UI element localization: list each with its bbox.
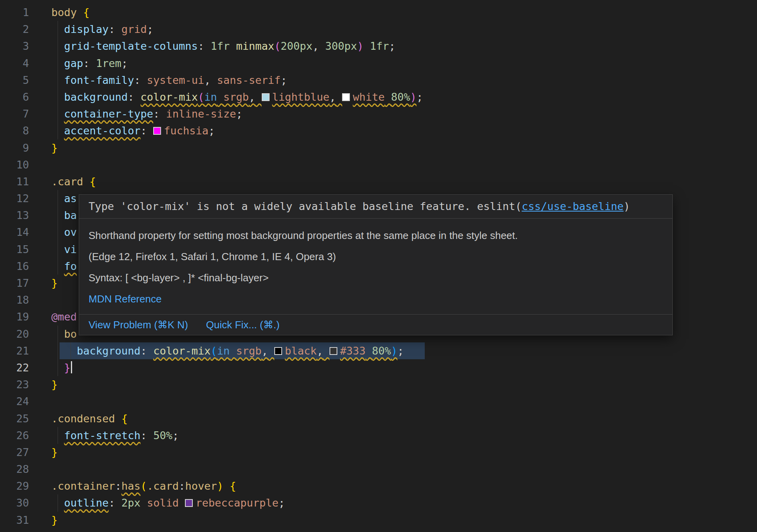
line-number: 27 <box>0 444 29 461</box>
warning-squiggle-range: accent-color <box>64 125 141 137</box>
code-token: srgb <box>223 91 249 103</box>
code-text: container-type: inline-size; <box>51 105 243 122</box>
code-token <box>385 91 391 103</box>
code-token: @med <box>51 311 77 323</box>
code-token: color-mix <box>141 91 198 103</box>
code-token <box>147 125 153 137</box>
code-line[interactable]: 22 } <box>0 359 757 376</box>
code-token: : <box>134 74 140 86</box>
code-line[interactable]: 3 grid-template-columns: 1fr minmax(200p… <box>0 38 757 54</box>
code-token: 80% <box>391 91 410 103</box>
line-number: 6 <box>0 89 29 105</box>
code-token <box>319 40 325 52</box>
code-line[interactable]: 25.condensed { <box>0 410 757 427</box>
code-line[interactable]: 1body { <box>0 4 757 21</box>
code-token <box>115 413 121 425</box>
code-line[interactable]: 30 outline: 2px solid rebeccapurple; <box>0 494 757 511</box>
code-token: , <box>249 91 255 103</box>
color-swatch[interactable] <box>330 347 337 355</box>
color-swatch[interactable] <box>185 499 193 507</box>
code-line[interactable]: 2 display: grid; <box>0 21 757 38</box>
quick-fix-link[interactable]: Quick Fix... (⌘.) <box>206 318 280 331</box>
code-token: 1fr <box>210 40 230 52</box>
code-line[interactable]: 5 font-family: system-ui, sans-serif; <box>0 72 757 89</box>
line-number: 18 <box>0 291 29 308</box>
warning-squiggle-range: color-mix(in srgb, black, #333 80%) <box>153 345 397 357</box>
line-number: 21 <box>0 342 29 359</box>
code-line[interactable]: 31} <box>0 512 757 528</box>
code-line[interactable]: 29.container:has(.card:hover) { <box>0 478 757 494</box>
color-swatch[interactable] <box>342 93 350 101</box>
tooltip-docs: Shorthand property for setting most back… <box>79 219 672 314</box>
code-token <box>90 57 96 69</box>
code-token <box>217 91 223 103</box>
code-line[interactable]: 26 font-stretch: 50%; <box>0 427 757 444</box>
code-token: { <box>121 413 128 425</box>
code-token: 1rem <box>96 57 121 69</box>
code-token: rebeccapurple <box>196 497 278 509</box>
code-token: } <box>51 378 58 391</box>
line-number: 15 <box>0 241 29 258</box>
mdn-reference-link[interactable]: MDN Reference <box>89 293 161 305</box>
code-token: : <box>83 57 89 69</box>
line-number: 1 <box>0 4 29 21</box>
code-token <box>147 345 153 357</box>
code-token: { <box>83 6 89 18</box>
code-line[interactable]: 10 <box>0 156 757 173</box>
doc-browser-support: (Edge 12, Firefox 1, Safari 1, Chrome 1,… <box>89 250 663 263</box>
color-swatch[interactable] <box>153 127 161 135</box>
eslint-rule-link[interactable]: css/use-baseline <box>522 200 623 212</box>
code-token: , <box>204 74 210 86</box>
code-token <box>147 429 153 442</box>
code-line[interactable]: 9} <box>0 139 757 156</box>
code-token: 80% <box>372 345 391 357</box>
code-line[interactable]: 8 accent-color: fuchsia; <box>0 122 757 139</box>
code-text: .condensed { <box>51 410 128 427</box>
line-number: 8 <box>0 122 29 139</box>
code-token: solid <box>147 497 179 509</box>
code-text: } <box>51 359 72 376</box>
code-token: ba <box>64 209 77 221</box>
line-number: 2 <box>0 21 29 38</box>
code-token: } <box>51 277 58 289</box>
code-line[interactable]: 28 <box>0 461 757 478</box>
code-token: in <box>217 345 230 357</box>
code-line[interactable]: 6 background: color-mix(in srgb, lightbl… <box>0 89 757 105</box>
code-token: { <box>230 480 236 492</box>
code-text: ba <box>51 207 77 224</box>
code-text: gap: 1rem; <box>51 55 128 72</box>
code-token <box>159 108 166 120</box>
code-line[interactable]: 7 container-type: inline-size; <box>0 105 757 122</box>
code-token: .container <box>51 480 115 492</box>
code-token: ( <box>274 40 281 52</box>
code-token: : <box>109 23 115 35</box>
code-text: accent-color: fuchsia; <box>51 122 215 139</box>
color-swatch[interactable] <box>262 93 270 101</box>
line-number: 29 <box>0 478 29 494</box>
code-token <box>115 497 121 509</box>
code-line[interactable]: 24 <box>0 393 757 410</box>
code-token: accent-color <box>64 125 141 137</box>
code-text: bo <box>51 326 77 342</box>
code-token: ; <box>397 345 404 357</box>
code-text: .card { <box>51 173 96 190</box>
code-token: ; <box>208 125 215 137</box>
code-token: : <box>141 345 147 357</box>
code-line[interactable]: 27} <box>0 444 757 461</box>
view-problem-link[interactable]: View Problem (⌘K N) <box>89 318 188 331</box>
code-token: : <box>115 480 121 492</box>
code-line[interactable]: 21 background: color-mix(in srgb, black,… <box>0 342 757 359</box>
code-line[interactable]: 23} <box>0 376 757 393</box>
warning-squiggle-range: fo <box>64 260 77 272</box>
code-token: } <box>51 514 58 526</box>
line-number: 12 <box>0 190 29 207</box>
code-text: vi <box>51 241 77 258</box>
code-token: .card <box>51 176 83 188</box>
code-text: } <box>51 376 58 393</box>
code-token: body <box>51 6 77 18</box>
line-number: 14 <box>0 224 29 241</box>
code-line[interactable]: 4 gap: 1rem; <box>0 55 757 72</box>
code-line[interactable]: 11.card { <box>0 173 757 190</box>
code-token: ov <box>64 226 77 238</box>
color-swatch[interactable] <box>274 347 282 355</box>
